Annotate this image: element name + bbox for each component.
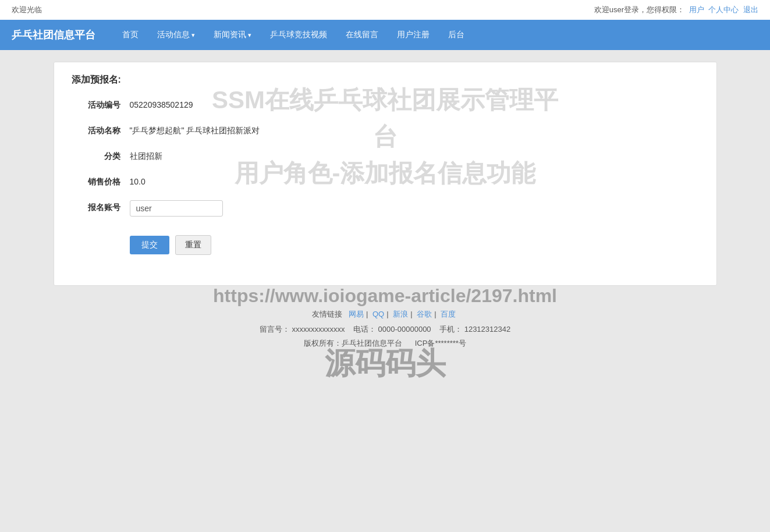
footer-phone-label: 电话：: [353, 325, 376, 334]
footer-contact: 留言号： xxxxxxxxxxxxxx 电话： 0000-00000000 手机…: [0, 324, 770, 335]
value-category: 社团招新: [130, 149, 162, 162]
main-content: 添加预报名: 活动编号 05220938502129 活动名称 "乒乓梦想起航"…: [42, 62, 729, 286]
row-activity-id: 活动编号 05220938502129: [72, 98, 699, 111]
nav-link-message[interactable]: 在线留言: [336, 22, 388, 48]
top-bar: 欢迎光临 欢迎user登录，您得权限： 用户 个人中心 退出: [0, 0, 770, 20]
footer: 友情链接 网易| QQ| 新浪| 谷歌| 百度 留言号： xxxxxxxxxxx…: [0, 297, 770, 360]
footer-mobile-label: 手机：: [439, 325, 462, 334]
footer-link-baidu[interactable]: 百度: [441, 310, 456, 318]
row-buttons: 提交 重置: [72, 229, 699, 255]
footer-copyright: 版权所有：乒乓社团信息平台 ICP备********号: [0, 338, 770, 349]
nav-link-register[interactable]: 用户注册: [388, 22, 439, 48]
row-price: 销售价格 10.0: [72, 175, 699, 187]
form-buttons: 提交 重置: [130, 235, 211, 255]
footer-links: 友情链接 网易| QQ| 新浪| 谷歌| 百度: [0, 309, 770, 320]
nav-item-register[interactable]: 用户注册: [388, 22, 439, 48]
top-bar-right: 欢迎user登录，您得权限： 用户 个人中心 退出: [594, 5, 758, 15]
value-activity-id: 05220938502129: [130, 98, 193, 109]
footer-link-wangyi[interactable]: 网易: [349, 310, 364, 318]
nav-link-video[interactable]: 乒乓球竞技视频: [261, 22, 336, 48]
footer-mobile-value: 12312312342: [464, 325, 511, 334]
input-account[interactable]: [130, 200, 223, 217]
role-link[interactable]: 用户: [689, 5, 704, 14]
personal-center-link[interactable]: 个人中心: [708, 5, 739, 14]
form-card: 添加预报名: 活动编号 05220938502129 活动名称 "乒乓梦想起航"…: [54, 62, 717, 286]
nav-item-home[interactable]: 首页: [113, 22, 148, 48]
welcome-left: 欢迎光临: [12, 5, 42, 15]
nav-item-admin[interactable]: 后台: [439, 22, 474, 48]
nav-link-admin[interactable]: 后台: [439, 22, 474, 48]
nav-item-activity[interactable]: 活动信息: [148, 22, 204, 48]
footer-phone-value: 0000-00000000: [378, 325, 431, 334]
label-category: 分类: [72, 149, 130, 162]
footer-link-qq[interactable]: QQ: [372, 310, 384, 318]
value-price: 10.0: [130, 175, 146, 186]
nav-menu: 首页 活动信息 新闻资讯 乒乓球竞技视频 在线留言 用户注册 后台: [113, 22, 474, 48]
nav-link-home[interactable]: 首页: [113, 22, 148, 48]
site-brand[interactable]: 乒乓社团信息平台: [12, 20, 107, 50]
navbar: 乒乓社团信息平台 首页 活动信息 新闻资讯 乒乓球竞技视频 在线留言 用户注册 …: [0, 20, 770, 50]
row-category: 分类 社团招新: [72, 149, 699, 162]
nav-link-activity[interactable]: 活动信息: [148, 22, 204, 48]
footer-links-label: 友情链接: [312, 310, 342, 318]
footer-link-sina[interactable]: 新浪: [393, 310, 408, 318]
logout-link[interactable]: 退出: [743, 5, 758, 14]
welcome-right-prefix: 欢迎user登录，您得权限：: [594, 5, 684, 14]
nav-link-news[interactable]: 新闻资讯: [204, 22, 261, 48]
label-activity-name: 活动名称: [72, 123, 130, 136]
footer-qq-value: xxxxxxxxxxxxxx: [292, 325, 345, 334]
row-account: 报名账号: [72, 200, 699, 217]
form-title: 添加预报名:: [72, 74, 699, 86]
reset-button[interactable]: 重置: [175, 235, 211, 255]
submit-button[interactable]: 提交: [130, 236, 169, 254]
footer-link-google[interactable]: 谷歌: [417, 310, 432, 318]
footer-qq-label: 留言号：: [260, 325, 290, 334]
label-price: 销售价格: [72, 175, 130, 187]
label-account: 报名账号: [72, 200, 130, 213]
nav-item-message[interactable]: 在线留言: [336, 22, 388, 48]
nav-item-news[interactable]: 新闻资讯: [204, 22, 261, 48]
label-activity-id: 活动编号: [72, 98, 130, 111]
row-activity-name: 活动名称 "乒乓梦想起航" 乒乓球社团招新派对: [72, 123, 699, 136]
buttons-spacer: [72, 229, 130, 232]
value-activity-name: "乒乓梦想起航" 乒乓球社团招新派对: [130, 123, 260, 136]
nav-item-video[interactable]: 乒乓球竞技视频: [261, 22, 336, 48]
